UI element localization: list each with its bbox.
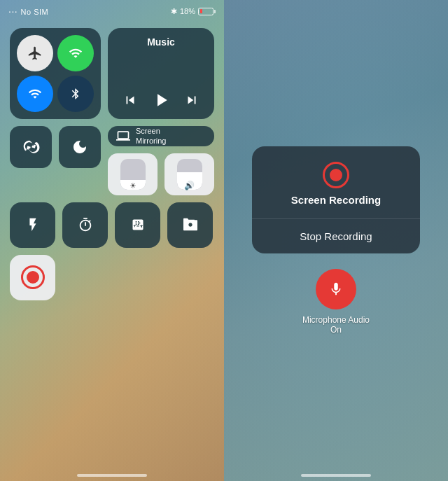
airplane-mode-button[interactable] <box>17 35 53 71</box>
screen-recording-label: Screen Recording <box>291 194 381 206</box>
brightness-slider[interactable]: ☀ <box>108 153 158 195</box>
calculator-button[interactable] <box>115 202 160 248</box>
volume-slider[interactable]: 🔊 <box>164 153 214 195</box>
cellular-button[interactable] <box>57 35 94 71</box>
stop-recording-button[interactable]: Stop Recording <box>252 219 420 253</box>
timer-button[interactable] <box>62 202 108 248</box>
volume-icon: 🔊 <box>184 181 195 190</box>
bluetooth-button[interactable] <box>57 76 94 112</box>
do-not-disturb-button[interactable] <box>59 126 101 168</box>
bottom-icon-row <box>10 202 214 248</box>
popup-container: Screen Recording Stop Recording Micropho… <box>252 146 420 335</box>
top-row: Music <box>10 28 214 119</box>
status-bar: No SIM ✱ 18% <box>0 0 224 22</box>
battery-percent: 18% <box>180 7 195 15</box>
music-controls <box>116 90 206 111</box>
recording-top: Screen Recording <box>252 146 420 218</box>
row2: ScreenMirroring ☀ <box>10 126 214 195</box>
flashlight-button[interactable] <box>10 202 55 248</box>
left-panel: No SIM ✱ 18% <box>0 0 224 481</box>
recording-circle-icon <box>323 162 349 188</box>
brightness-icon: ☀ <box>130 181 136 190</box>
next-button[interactable] <box>184 92 200 108</box>
right-home-indicator <box>301 474 371 477</box>
record-row <box>10 255 214 300</box>
mic-button-wrap: Microphone Audio On <box>302 269 370 335</box>
recording-popup: Screen Recording Stop Recording <box>252 146 420 253</box>
screen-mirror-icon <box>116 129 130 143</box>
mirror-sliders-group: ScreenMirroring ☀ <box>108 126 214 195</box>
record-icon <box>21 265 45 289</box>
home-indicator <box>77 474 147 477</box>
screen-mirroring-button[interactable]: ScreenMirroring <box>108 126 214 146</box>
camera-button[interactable] <box>167 202 213 248</box>
screen-record-button[interactable] <box>10 255 55 300</box>
battery-icon <box>198 8 216 15</box>
no-sim-label: No SIM <box>8 6 48 17</box>
right-panel: Screen Recording Stop Recording Micropho… <box>224 0 448 481</box>
right-status: ✱ 18% <box>171 7 216 16</box>
connectivity-block <box>10 28 101 119</box>
bluetooth-icon: ✱ <box>171 7 177 16</box>
recording-dot <box>330 169 342 181</box>
play-button[interactable] <box>150 90 172 111</box>
battery-fill <box>200 9 202 13</box>
wifi-button[interactable] <box>17 76 53 112</box>
lock-rotation-button[interactable] <box>10 126 52 168</box>
sliders-row: ☀ 🔊 <box>108 153 214 195</box>
microphone-button[interactable] <box>316 269 356 309</box>
control-center: Music <box>10 28 214 300</box>
battery-body <box>198 8 214 15</box>
prev-button[interactable] <box>122 92 138 108</box>
battery-tip <box>214 10 216 13</box>
microphone-label: Microphone Audio On <box>302 315 370 335</box>
music-title: Music <box>116 36 206 48</box>
screen-mirroring-label: ScreenMirroring <box>136 126 166 146</box>
record-dot <box>27 271 39 284</box>
music-block: Music <box>108 28 214 119</box>
